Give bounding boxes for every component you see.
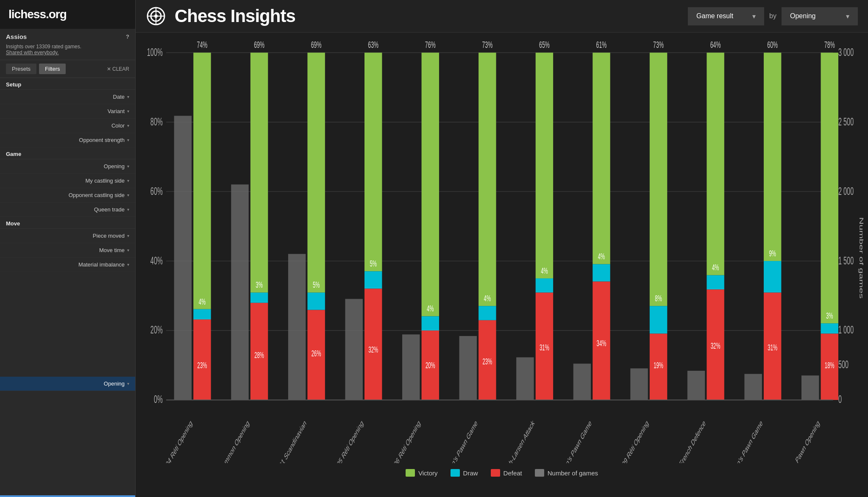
defeat-color-box <box>491 469 500 477</box>
main-content: Chess Insights Game result ▾ by Opening … <box>136 0 868 497</box>
svg-rect-105 <box>744 374 762 400</box>
svg-rect-67 <box>479 306 496 320</box>
filter-material-imbalance[interactable]: Material imbalance ▾ <box>0 258 135 272</box>
filter-move-time[interactable]: Move time ▾ <box>0 243 135 258</box>
tab-filters[interactable]: Filters <box>39 64 66 74</box>
svg-rect-74 <box>536 53 553 278</box>
svg-rect-75 <box>536 278 553 293</box>
help-button[interactable]: ? <box>126 33 129 40</box>
svg-rect-52 <box>364 289 382 400</box>
svg-rect-50 <box>364 53 382 271</box>
svg-text:80%: 80% <box>150 115 163 127</box>
svg-text:19%: 19% <box>654 361 663 370</box>
svg-text:4%: 4% <box>541 266 548 275</box>
svg-text:31%: 31% <box>540 342 549 352</box>
sidebar: lichess.org Assios ? Insights over 13309… <box>0 0 136 497</box>
chevron-down-icon: ▾ <box>846 12 849 20</box>
filter-color[interactable]: Color ▾ <box>0 119 135 133</box>
svg-text:69%: 69% <box>254 39 264 50</box>
chevron-down-icon: ▾ <box>127 138 129 142</box>
svg-rect-26 <box>193 53 211 309</box>
svg-text:0%: 0% <box>154 393 163 405</box>
chart-legend: Victory Draw Defeat Number of games <box>140 463 864 481</box>
sidebar-tabs: Presets Filters ✕ CLEAR <box>0 60 135 78</box>
svg-rect-106 <box>764 53 781 261</box>
games-label: Number of games <box>548 469 598 477</box>
svg-text:4%: 4% <box>427 304 434 314</box>
svg-text:Number of games: Number of games <box>858 217 864 299</box>
svg-text:4%: 4% <box>484 294 491 303</box>
filter-queen-trade[interactable]: Queen trade ▾ <box>0 203 135 217</box>
tab-presets[interactable]: Presets <box>6 64 36 74</box>
svg-rect-113 <box>801 375 819 400</box>
filter-opponent-strength[interactable]: Opponent strength ▾ <box>0 133 135 147</box>
svg-text:500: 500 <box>838 358 849 370</box>
svg-rect-27 <box>193 309 211 319</box>
chevron-down-icon: ▾ <box>127 109 129 114</box>
clear-button[interactable]: ✕ CLEAR <box>107 66 129 72</box>
svg-text:A40 Queen's Pawn Game: A40 Queen's Pawn Game <box>721 418 764 463</box>
dimension-dropdown[interactable]: Opening ▾ <box>782 7 858 25</box>
chevron-down-icon: ▾ <box>127 207 129 212</box>
svg-rect-43 <box>307 293 325 310</box>
svg-text:4%: 4% <box>598 252 605 261</box>
victory-label: Victory <box>418 469 438 477</box>
chevron-down-icon: ▾ <box>127 193 129 197</box>
svg-text:20%: 20% <box>426 361 435 370</box>
svg-text:2 000: 2 000 <box>838 185 854 197</box>
svg-text:5%: 5% <box>313 280 320 290</box>
svg-text:0: 0 <box>838 393 842 405</box>
svg-text:69%: 69% <box>311 39 322 50</box>
move-section-header: Move <box>0 217 135 229</box>
filter-opponent-castling[interactable]: Opponent castling side ▾ <box>0 188 135 203</box>
filter-my-castling[interactable]: My castling side ▾ <box>0 174 135 188</box>
filter-date[interactable]: Date ▾ <box>0 90 135 104</box>
svg-text:64%: 64% <box>710 39 721 50</box>
svg-text:5%: 5% <box>370 259 377 269</box>
svg-rect-115 <box>821 323 838 333</box>
svg-rect-65 <box>459 336 477 400</box>
setup-section-header: Setup <box>0 78 135 90</box>
svg-rect-107 <box>764 261 781 293</box>
svg-text:A45 Queen's Pawn Game: A45 Queen's Pawn Game <box>435 418 479 463</box>
chevron-down-icon: ▾ <box>127 381 129 386</box>
chevron-down-icon: ▾ <box>127 164 129 169</box>
svg-rect-25 <box>174 116 192 400</box>
chevron-down-icon: ▾ <box>127 262 129 267</box>
svg-rect-83 <box>593 264 610 282</box>
legend-victory: Victory <box>406 469 438 477</box>
svg-rect-49 <box>345 299 362 400</box>
site-logo[interactable]: lichess.org <box>0 0 135 29</box>
svg-text:32%: 32% <box>711 341 721 350</box>
svg-text:31%: 31% <box>768 342 777 352</box>
legend-draw: Draw <box>451 469 478 477</box>
svg-text:18%: 18% <box>825 361 835 370</box>
metric-dropdown[interactable]: Game result ▾ <box>688 7 764 25</box>
svg-rect-66 <box>479 53 496 306</box>
filter-opening[interactable]: Opening ▾ <box>0 159 135 174</box>
svg-text:100%: 100% <box>147 46 163 58</box>
svg-rect-59 <box>422 316 439 330</box>
svg-rect-98 <box>707 53 724 275</box>
svg-text:20%: 20% <box>150 324 163 336</box>
svg-text:34%: 34% <box>597 339 606 348</box>
by-label: by <box>769 12 776 20</box>
shared-link[interactable]: Shared with everybody. <box>6 50 59 56</box>
games-color-box <box>535 469 544 477</box>
chevron-down-icon: ▾ <box>127 178 129 183</box>
chart-container: 100% 80% 60% 40% 20% 0% 3 000 2 500 2 00… <box>140 37 864 463</box>
svg-rect-28 <box>193 319 211 400</box>
page-header: Chess Insights Game result ▾ by Opening … <box>136 0 868 33</box>
filter-piece-moved[interactable]: Piece moved ▾ <box>0 229 135 243</box>
defeat-label: Defeat <box>504 469 522 477</box>
filter-active-opening[interactable]: Opening ▾ <box>0 377 135 391</box>
chevron-down-icon: ▾ <box>127 248 129 253</box>
svg-rect-81 <box>573 364 591 400</box>
svg-text:B01 Scandinavian: B01 Scandinavian <box>276 418 307 463</box>
svg-text:60%: 60% <box>150 185 163 197</box>
svg-text:26%: 26% <box>312 349 321 358</box>
username: Assios <box>6 33 27 40</box>
victory-color-box <box>406 469 415 477</box>
svg-rect-57 <box>402 334 420 400</box>
filter-variant[interactable]: Variant ▾ <box>0 104 135 119</box>
